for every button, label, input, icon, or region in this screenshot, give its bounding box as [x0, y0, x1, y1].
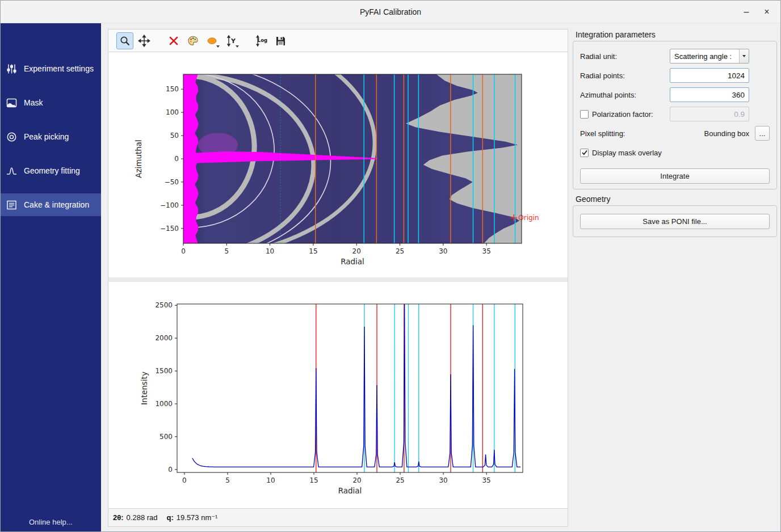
chevron-down-icon [742, 55, 746, 57]
pixel-splitting-value: Bounding box [704, 129, 749, 138]
clear-zoom-button[interactable] [165, 32, 182, 49]
azimuthal-points-input[interactable] [670, 87, 749, 102]
sidebar-item-label: Experiment settings [24, 64, 94, 73]
x-tick-label: 10 [266, 247, 274, 255]
log-scale-button[interactable]: Log [253, 32, 270, 49]
pan-button[interactable] [136, 32, 153, 49]
axes-frame [177, 304, 523, 472]
pyfai-calibration-window: PyFAI Calibration – × Experiment setting… [0, 0, 781, 532]
y-tick-label: −150 [160, 225, 179, 233]
integration-parameters-title: Integration parameters [576, 30, 656, 39]
intensity-curve [192, 304, 520, 467]
integration-layer [192, 304, 520, 472]
checkmark-icon [581, 149, 588, 156]
sidebar-item-label: Peak picking [24, 132, 69, 141]
x-axis-label: Radial [338, 486, 362, 495]
plot-toolbar: Y Log [108, 29, 568, 52]
polarization-label: Polarization factor: [592, 110, 653, 119]
x-tick-label: 30 [439, 476, 447, 484]
splitter-handle[interactable] [108, 277, 568, 282]
zoom-button[interactable] [116, 32, 133, 49]
sidebar-item-cake-integration[interactable]: Cake & integration [1, 193, 101, 216]
radial-unit-selected-value: Scattering angle : [670, 52, 739, 61]
x-axis-label: Radial [341, 257, 364, 266]
pixel-splitting-label: Pixel splitting: [580, 129, 625, 138]
sidebar-item-label: Cake & integration [24, 200, 89, 209]
q-value: 19.573 nm⁻¹ [177, 513, 218, 522]
window-title: PyFAI Calibration [1, 1, 780, 23]
window-controls: – × [736, 1, 777, 23]
x-tick-label: 15 [309, 247, 317, 255]
cake-plot-canvas[interactable]: Origin05101520253035−150−100−50050100150… [108, 52, 568, 277]
x-tick-label: 10 [266, 476, 275, 484]
sidebar-item-peak-picking[interactable]: Peak picking [1, 125, 101, 148]
y-tick-label: 100 [166, 108, 179, 116]
magnifier-icon [119, 35, 131, 47]
floppy-disk-icon [274, 35, 287, 47]
polarization-input [670, 107, 749, 121]
save-figure-button[interactable] [272, 32, 289, 49]
x-tick-label: 35 [482, 476, 490, 484]
integrate-row: Integrate [580, 162, 770, 184]
log-letters: Log [258, 37, 267, 43]
integration-parameters-group: Radial unit: Scattering angle : Radial p… [573, 41, 777, 189]
azimuthal-points-label: Azimuthal points: [580, 91, 636, 99]
q-label: q: [167, 513, 174, 522]
pixel-splitting-more-button[interactable]: ... [755, 126, 770, 141]
sidebar-item-label: Mask [24, 98, 43, 107]
pixel-splitting-row: Pixel splitting: Bounding box ... [580, 124, 770, 143]
x-tick-label: 20 [352, 476, 361, 484]
tth-value: 0.288 rad [127, 513, 158, 522]
pan-arrows-icon [138, 35, 150, 47]
tth-label: 2θ: [113, 513, 124, 522]
radial-unit-label: Radial unit: [580, 52, 617, 61]
sidebar-item-experiment-settings[interactable]: Experiment settings [1, 57, 101, 80]
sidebar-item-geometry-fitting[interactable]: Geometry fitting [1, 159, 101, 182]
polarization-row: Polarization factor: [580, 104, 770, 124]
combo-dropdown-button[interactable] [739, 49, 749, 63]
chevron-down-icon [216, 45, 220, 48]
y-tick-label: 0 [168, 466, 173, 474]
integrate-button[interactable]: Integrate [580, 168, 770, 184]
cake-plot-panel: Origin05101520253035−150−100−50050100150… [108, 52, 568, 277]
mask-icon [6, 97, 18, 109]
x-tick-label: 0 [182, 476, 187, 484]
sidebar-item-mask[interactable]: Mask [1, 91, 101, 114]
geometry-group: Save as PONI file... [573, 205, 777, 237]
save-poni-button[interactable]: Save as PONI file... [580, 214, 770, 229]
mask-overlay-label: Display mask overlay [592, 149, 662, 157]
mask-shape-button[interactable] [204, 32, 221, 49]
x-tick-label: 15 [309, 476, 318, 484]
x-tick-label: 5 [225, 476, 230, 484]
y-tick-label: 500 [159, 433, 173, 441]
mask-overlay-left [183, 73, 199, 245]
radial-unit-select[interactable]: Scattering angle : [670, 49, 749, 64]
x-tick-label: 25 [396, 476, 404, 484]
central-plot-area: Y Log Origin05101520253035−150−100−50050… [108, 29, 568, 527]
concentric-rings-icon [6, 131, 18, 143]
peak-curve-icon [6, 165, 18, 177]
integration-plot-canvas[interactable]: 0510152025303505001000150020002500Radial… [108, 282, 568, 508]
x-tick-label: 35 [482, 247, 491, 255]
minimize-button[interactable]: – [736, 4, 757, 20]
palette-icon [187, 35, 199, 47]
radial-points-row: Radial points: [580, 66, 770, 85]
y-tick-label: 50 [170, 132, 179, 140]
close-button[interactable]: × [757, 4, 777, 20]
mask-overlay-checkbox[interactable] [580, 149, 589, 157]
colormap-button[interactable] [184, 32, 201, 49]
options-panel: Integration parameters Radial unit: Scat… [569, 23, 780, 531]
chevron-down-icon [236, 45, 239, 48]
x-tick-label: 5 [224, 247, 229, 255]
y-axis-orientation-button[interactable]: Y [223, 32, 240, 49]
x-tick-label: 0 [181, 247, 186, 255]
radial-unit-row: Radial unit: Scattering angle : [580, 47, 770, 66]
online-help-link[interactable]: Online help... [29, 518, 73, 526]
sliders-icon [6, 63, 18, 75]
y-tick-label: 0 [174, 155, 179, 163]
y-axis-label: Azimuthal [134, 140, 143, 178]
sidebar: Experiment settings Mask Peak picking Ge… [1, 23, 101, 531]
y-axis-label: Intensity [140, 371, 149, 405]
radial-points-input[interactable] [670, 68, 749, 83]
polarization-checkbox[interactable] [580, 110, 589, 119]
